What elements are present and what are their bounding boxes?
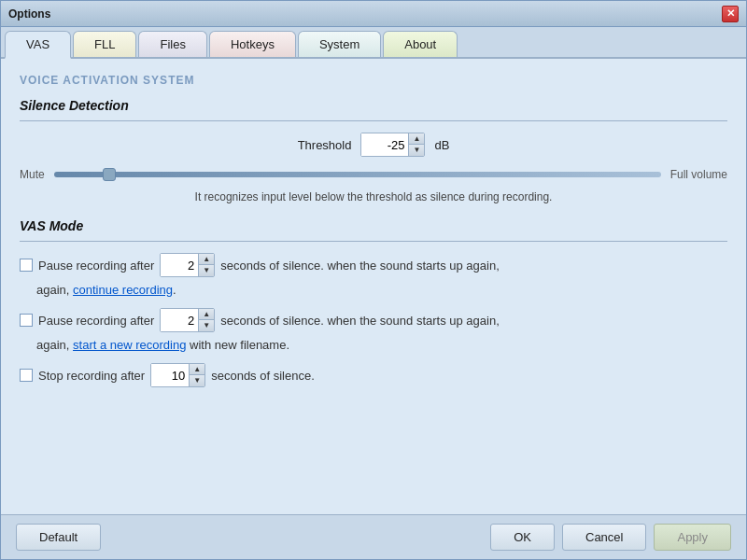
threshold-up-button[interactable]: ▲ [409,133,424,145]
slider-left-label: Mute [20,168,45,181]
slider-thumb[interactable] [103,168,116,181]
slider-row: Mute Full volume [20,168,727,181]
threshold-spinbox-buttons: ▲ ▼ [408,133,424,156]
slider-right-label: Full volume [670,168,727,181]
option3-checkbox[interactable] [20,369,33,382]
option2-spinbox: ▲ ▼ [160,308,215,332]
ok-button[interactable]: OK [490,524,555,551]
default-button[interactable]: Default [16,524,101,551]
vas-mode-heading: VAS Mode [20,218,727,233]
vas-option3-row: Stop recording after ▲ ▼ seconds of sile… [20,363,727,387]
option1-link-suffix: . [173,283,176,297]
vas-option1-row: Pause recording after ▲ ▼ seconds of sil… [20,253,727,297]
option3-spinbox-buttons: ▲ ▼ [189,364,204,386]
tab-hotkeys[interactable]: Hotkeys [209,31,296,57]
divider-1 [20,120,727,121]
option2-input[interactable] [161,309,198,331]
option1-down-button[interactable]: ▼ [199,265,214,276]
footer-right-buttons: OK Cancel Apply [490,524,731,551]
option2-checkbox[interactable] [20,314,33,327]
option1-text-before: Pause recording after [38,259,154,273]
option1-checkbox[interactable] [20,259,33,272]
option1-input[interactable] [161,254,198,276]
option2-up-button[interactable]: ▲ [199,309,214,320]
option2-text-after: seconds of silence. when the sound start… [220,314,499,328]
vas-option1-main: Pause recording after ▲ ▼ seconds of sil… [20,253,727,277]
option3-down-button[interactable]: ▼ [190,375,204,386]
option1-link[interactable]: continue recording [73,283,173,297]
tab-system[interactable]: System [298,31,381,57]
threshold-info-text: It recognizes input level below the thre… [20,190,727,203]
option2-spinbox-buttons: ▲ ▼ [198,309,214,331]
option2-link[interactable]: start a new recording [73,338,186,352]
volume-slider[interactable] [54,172,661,177]
option3-spinbox: ▲ ▼ [150,363,205,387]
threshold-input[interactable] [361,133,408,156]
vas-option2-main: Pause recording after ▲ ▼ seconds of sil… [20,308,727,332]
tab-files[interactable]: Files [138,31,206,57]
option3-up-button[interactable]: ▲ [190,364,204,375]
apply-button[interactable]: Apply [654,524,731,551]
option3-text-before: Stop recording after [38,369,145,383]
option1-up-button[interactable]: ▲ [199,254,214,265]
threshold-label: Threshold [298,138,352,152]
tabs-row: VAS FLL Files Hotkeys System About [1,27,746,59]
vas-option2-row: Pause recording after ▲ ▼ seconds of sil… [20,308,727,352]
option2-link-suffix: with new filename. [190,338,289,352]
option3-text-after: seconds of silence. [211,369,315,383]
close-button[interactable]: ✕ [722,6,739,22]
tab-vas[interactable]: VAS [5,31,71,59]
option1-spinbox: ▲ ▼ [160,253,215,277]
footer: Default OK Cancel Apply [1,514,746,559]
silence-detection-heading: Silence Detection [20,98,727,113]
divider-2 [20,241,727,242]
threshold-down-button[interactable]: ▼ [409,145,424,156]
option1-text-after: seconds of silence. when the sound start… [220,259,499,273]
tab-fll[interactable]: FLL [73,31,136,57]
threshold-row: Threshold ▲ ▼ dB [20,133,727,157]
option2-text-before: Pause recording after [38,314,154,328]
threshold-spinbox: ▲ ▼ [360,133,425,157]
tab-about[interactable]: About [383,31,458,57]
option3-input[interactable] [151,364,189,386]
vas-option1-link-row: again, continue recording. [36,283,727,297]
cancel-button[interactable]: Cancel [562,524,646,551]
content-area: VOICE ACTIVATION SYSTEM Silence Detectio… [1,59,746,514]
option1-spinbox-buttons: ▲ ▼ [198,254,214,276]
options-window: Options ✕ VAS FLL Files Hotkeys System A… [0,0,747,560]
vas-option2-link-row: again, start a new recording with new fi… [36,338,727,352]
threshold-unit: dB [434,138,449,152]
window-title: Options [8,7,50,21]
option2-down-button[interactable]: ▼ [199,320,214,331]
section-title: VOICE ACTIVATION SYSTEM [20,74,727,87]
title-bar: Options ✕ [1,1,746,27]
